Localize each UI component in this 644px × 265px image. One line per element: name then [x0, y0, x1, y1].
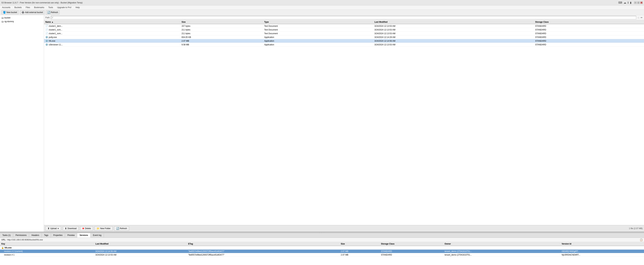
col-name[interactable]: Name ▲ [44, 20, 180, 24]
keyboard-icon[interactable]: ⌨ [618, 1, 622, 4]
file-name: 📄cluster1_svm... [44, 28, 180, 32]
bucket-icon: 🗂 [1, 16, 4, 19]
upload-icon: ⬆ [48, 227, 50, 230]
file-row[interactable]: 📄cluster1_svm... 211 bytes Text Document… [44, 28, 644, 32]
file-row[interactable]: 📄cluster1_dem... 157 bytes Text Document… [44, 24, 644, 28]
file-modified: 3/24/2024 12:14:56 AM [373, 39, 534, 43]
menu-accounts[interactable]: Accounts [1, 6, 11, 9]
sidebar-item-sg-dummy[interactable]: 🗂 sg-dummy [0, 20, 44, 23]
menu-bookmarks[interactable]: Bookmarks [33, 6, 45, 9]
refresh-button[interactable]: 🔄 Refresh [114, 226, 129, 231]
info-icon[interactable]: ℹ [628, 1, 628, 4]
sidebar-sg-dummy-label: sg-dummy [4, 20, 14, 23]
file-row[interactable]: ⚙️putty.exe 834.05 KB Application 3/24/2… [44, 35, 644, 39]
top-pane: 🗂 bucket 🗂 sg-dummy Path: ☆ ✏ [0, 15, 644, 232]
file-action-bar: ⬆ Upload ▼ ⬇ Download ✖ Delete 📁 New Fol… [44, 225, 644, 232]
file-browser: Path: ☆ ✏ Name ▲ Size Type Last Modified… [44, 15, 644, 232]
file-table-body: 📄cluster1_dem... 157 bytes Text Document… [44, 24, 644, 46]
cloud-icon[interactable]: ☁ [624, 1, 626, 4]
file-name: 📄cluster1_svm... [44, 32, 180, 35]
version-row[interactable]: revision # 2 (current) 3/24/2024 12:14:5… [0, 250, 644, 253]
file-name: ⚙️hfs.exe [44, 39, 180, 43]
versions-wrapper: Key Last Modified ETag Size Storage Clas… [0, 242, 644, 265]
vrow-modified: 3/24/2024 12:14:56 AM [94, 250, 187, 253]
edit-icon[interactable]: ✏ [640, 16, 643, 19]
file-name: 📄cluster1_dem... [44, 24, 180, 28]
vrow-size: 2.07 MB [340, 253, 380, 257]
menu-tools[interactable]: Tools [48, 6, 54, 9]
tab-properties[interactable]: Properties [51, 233, 65, 238]
vrow-modified: 3/24/2024 12:13:53 AM [94, 253, 187, 257]
file-type: Text Document [263, 32, 373, 35]
menu-upgrade[interactable]: Upgrade to Pro! [56, 6, 72, 9]
delete-button[interactable]: ✖ Delete [80, 226, 93, 231]
bottom-pane: Tasks (1) Permissions Headers Tags Prope… [0, 233, 644, 265]
file-type: Application [263, 35, 373, 39]
upload-button[interactable]: ⬆ Upload ▼ [45, 226, 61, 231]
sg-dummy-icon: 🗂 [1, 20, 4, 23]
tab-versions[interactable]: Versions [77, 233, 90, 238]
version-row[interactable]: revision # 1 3/24/2024 12:13:53 AM "9e85… [0, 253, 644, 257]
sidebar: 🗂 bucket 🗂 sg-dummy [0, 15, 44, 232]
file-type: Application [263, 43, 373, 46]
vcol-owner[interactable]: Owner [443, 242, 560, 246]
tab-tasks[interactable]: Tasks (1) [0, 233, 13, 238]
col-size[interactable]: Size [180, 20, 263, 24]
col-type[interactable]: Type [263, 20, 373, 24]
copy-url-icon[interactable]: 📋 [640, 238, 643, 241]
tab-event-log[interactable]: Event log [90, 233, 104, 238]
top-icons: ⌨ ☁ ℹ ▮ [618, 1, 632, 4]
path-label: Path: [45, 16, 50, 19]
versions-parent-row[interactable]: 🔒hfs.exe [0, 246, 644, 250]
close-button[interactable]: ✕ [640, 2, 643, 4]
file-table-wrapper: Name ▲ Size Type Last Modified Storage C… [44, 20, 644, 225]
new-folder-button[interactable]: 📁 New Folder [94, 226, 113, 231]
vcol-modified[interactable]: Last Modified [94, 242, 187, 246]
vrow-key: revision # 2 (current) [0, 250, 94, 253]
file-row[interactable]: 📄cluster1_svm... 211 bytes Text Document… [44, 32, 644, 35]
delete-icon: ✖ [82, 227, 84, 230]
new-bucket-button[interactable]: 🪣 New bucket [1, 10, 18, 14]
versions-parent-name: 🔒hfs.exe [0, 246, 644, 250]
menu-help[interactable]: Help [75, 6, 80, 9]
vcol-etag[interactable]: ETag [187, 242, 340, 246]
file-storage: STANDARD [534, 43, 644, 46]
tab-headers[interactable]: Headers [29, 233, 42, 238]
file-modified: 3/24/2024 12:13:53 AM [373, 24, 534, 28]
file-storage: STANDARD [534, 28, 644, 32]
bar-icon[interactable]: ▮ [630, 1, 632, 4]
url-value: http://192.168.0.80:8080/bucket/hfs.exe [7, 238, 639, 241]
add-external-button[interactable]: ➕ Add external bucket [20, 10, 44, 14]
file-type: Application [263, 39, 373, 43]
file-icon: ⚙️ [45, 36, 48, 38]
minimize-button[interactable]: ─ [634, 2, 636, 4]
download-button[interactable]: ⬇ Download [62, 226, 79, 231]
maximize-button[interactable]: □ [637, 2, 640, 4]
file-size: 211 bytes [180, 28, 263, 32]
vrow-etag: "9e8557e98ed1269372ff0ace91d63477" [187, 253, 340, 257]
vcol-size[interactable]: Size [340, 242, 380, 246]
versions-table: Key Last Modified ETag Size Storage Clas… [0, 242, 644, 257]
vcol-versionid[interactable]: Version Id [560, 242, 644, 246]
menu-files[interactable]: Files [25, 6, 31, 9]
tab-permissions[interactable]: Permissions [13, 233, 29, 238]
col-modified[interactable]: Last Modified [373, 20, 534, 24]
tab-tags[interactable]: Tags [42, 233, 51, 238]
sidebar-item-bucket[interactable]: 🗂 bucket [0, 16, 44, 20]
path-input[interactable] [51, 16, 636, 19]
col-storage[interactable]: Storage Class [534, 20, 644, 24]
toolbar-refresh-button[interactable]: 🔄 Refresh [46, 10, 60, 14]
file-icon: ⚙️ [45, 43, 48, 46]
file-table: Name ▲ Size Type Last Modified Storage C… [44, 20, 644, 46]
vcol-key[interactable]: Key [0, 242, 94, 246]
vrow-versionid: OElHRjY4NDgtRT... [560, 250, 644, 253]
download-icon: ⬇ [65, 227, 67, 230]
vrow-etag: "9e8557e98ed1269372ff0ace91d63477" [187, 250, 340, 253]
file-type: Text Document [263, 28, 373, 32]
menu-buckets[interactable]: Buckets [14, 6, 22, 9]
vcol-storage[interactable]: Storage Class [380, 242, 443, 246]
file-row[interactable]: ⚙️hfs.exe 2.07 MB Application 3/24/2024 … [44, 39, 644, 43]
file-row[interactable]: ⚙️s3browser-11... 9.58 MB Application 3/… [44, 43, 644, 46]
star-icon[interactable]: ☆ [637, 16, 640, 19]
tab-preview[interactable]: Preview [65, 233, 77, 238]
